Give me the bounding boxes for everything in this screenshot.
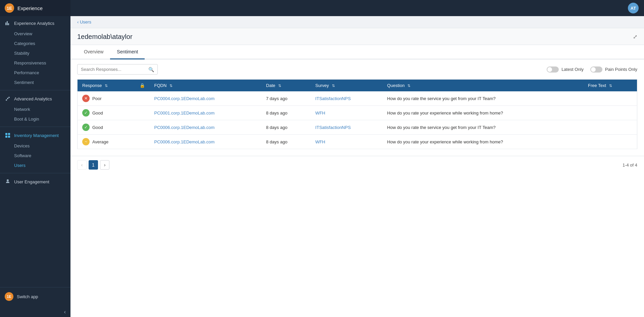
survey-link[interactable]: WFH [315, 110, 326, 116]
fqdn-link[interactable]: PC0006.corp.1EDemoLab.com [154, 139, 215, 144]
pain-points-only-toggle-item: Pain Points Only [590, 66, 637, 73]
table-row: ✕ Poor PC0004.corp.1EDemoLab.com7 days a… [78, 91, 637, 106]
cell-survey: ITSatisfactionNPS [311, 120, 383, 135]
section-label-advanced-analytics: Advanced Analytics [14, 96, 52, 101]
cell-lock [135, 91, 150, 106]
app-title: Experience [17, 5, 43, 11]
tabs-bar: Overview Sentiment [70, 45, 644, 59]
sidebar-item-devices[interactable]: Devices [0, 141, 70, 151]
svg-rect-5 [5, 133, 7, 135]
sidebar: 1E Experience Experience Analytics Overv… [0, 0, 70, 317]
cell-fqdn: PC0004.corp.1EDemoLab.com [150, 91, 261, 106]
data-table-wrapper: Response ⇅ 🔒 FQDN ⇅ Date ⇅ [70, 79, 644, 156]
fqdn-link[interactable]: PC0001.corp.1EDemoLab.com [154, 110, 215, 116]
table-row: ✓ Good PC0006.corp.1EDemoLab.com8 days a… [78, 120, 637, 135]
sidebar-item-users[interactable]: Users [0, 161, 70, 170]
toolbar: 🔍 Latest Only Pain Points Only [70, 59, 644, 79]
section-label-experience-analytics: Experience Analytics [14, 21, 54, 26]
svg-rect-6 [8, 133, 10, 135]
sort-icon-fqdn: ⇅ [169, 84, 172, 88]
sidebar-item-performance[interactable]: Performance [0, 68, 70, 78]
section-header-inventory-management[interactable]: Inventory Management [0, 130, 70, 141]
responses-table: Response ⇅ 🔒 FQDN ⇅ Date ⇅ [77, 79, 637, 149]
chart-icon [5, 20, 11, 26]
sidebar-item-sentiment[interactable]: Sentiment [0, 78, 70, 87]
col-header-fqdn[interactable]: FQDN ⇅ [150, 80, 261, 92]
page-range-text: 1-4 of 4 [623, 163, 637, 168]
response-badge-circle: ✕ [82, 95, 90, 102]
inventory-icon [5, 132, 11, 138]
cell-fqdn: PC0001.corp.1EDemoLab.com [150, 106, 261, 120]
pain-points-only-label: Pain Points Only [605, 67, 637, 72]
sidebar-item-boot-login[interactable]: Boot & Login [0, 114, 70, 124]
response-badge-circle: ✓ [82, 124, 90, 131]
svg-line-3 [7, 99, 7, 100]
cell-survey: WFH [311, 106, 383, 120]
col-header-lock: 🔒 [135, 80, 150, 92]
sidebar-item-responsiveness[interactable]: Responsiveness [0, 58, 70, 68]
sidebar-item-network[interactable]: Network [0, 104, 70, 114]
breadcrumb-link[interactable]: Users [77, 19, 91, 25]
cell-free-text [583, 135, 637, 149]
sidebar-collapse-button[interactable]: ‹ [0, 307, 70, 317]
section-advanced-analytics: Advanced Analytics Network Boot & Login [0, 92, 70, 125]
search-icon: 🔍 [148, 67, 154, 72]
user-avatar[interactable]: AT [628, 3, 639, 13]
sidebar-item-overview[interactable]: Overview [0, 29, 70, 39]
survey-link[interactable]: ITSatisfactionNPS [315, 96, 351, 101]
sidebar-item-stability[interactable]: Stability [0, 48, 70, 58]
section-header-experience-analytics[interactable]: Experience Analytics [0, 17, 70, 29]
col-header-free-text[interactable]: Free Text ⇅ [583, 80, 637, 92]
sort-icon-survey: ⇅ [332, 84, 335, 88]
analytics-icon [5, 96, 11, 102]
svg-rect-7 [5, 136, 7, 138]
tab-sentiment[interactable]: Sentiment [110, 45, 145, 59]
cell-date: 8 days ago [261, 120, 311, 135]
pagination-controls: ‹ 1 › [77, 160, 109, 170]
section-inventory-management: Inventory Management Devices Software Us… [0, 128, 70, 172]
cell-free-text [583, 106, 637, 120]
sidebar-item-software[interactable]: Software [0, 151, 70, 161]
col-header-response[interactable]: Response ⇅ [78, 80, 135, 92]
col-header-date[interactable]: Date ⇅ [261, 80, 311, 92]
search-button[interactable]: 🔍 [145, 65, 157, 74]
cell-date: 8 days ago [261, 106, 311, 120]
prev-page-button[interactable]: ‹ [77, 160, 87, 170]
lock-icon: 🔒 [140, 83, 145, 88]
col-header-question[interactable]: Question ⇅ [383, 80, 583, 92]
section-header-user-engagement[interactable]: User Engagement [0, 176, 70, 187]
col-header-survey[interactable]: Survey ⇅ [311, 80, 383, 92]
cell-response: ✓ Good [78, 120, 135, 135]
cell-question: How do you rate the service you get from… [383, 91, 583, 106]
fqdn-link[interactable]: PC0004.corp.1EDemoLab.com [154, 96, 215, 101]
switch-app-label: Switch app [17, 294, 38, 299]
latest-only-toggle-item: Latest Only [547, 66, 584, 73]
tab-overview[interactable]: Overview [77, 45, 110, 59]
search-input[interactable] [78, 64, 145, 74]
sidebar-item-categories[interactable]: Categories [0, 39, 70, 48]
cell-fqdn: PC0006.corp.1EDemoLab.com [150, 135, 261, 149]
pain-points-only-toggle[interactable] [590, 66, 602, 73]
cell-date: 7 days ago [261, 91, 311, 106]
switch-app-icon: 1E [5, 292, 13, 301]
page-header: 1edemolab\ataylor ⤢ [70, 28, 644, 45]
cell-question: How do you rate the service you get from… [383, 120, 583, 135]
cell-free-text [583, 120, 637, 135]
cell-lock [135, 135, 150, 149]
next-page-button[interactable]: › [100, 160, 109, 170]
expand-icon[interactable]: ⤢ [633, 34, 637, 40]
cell-survey: WFH [311, 135, 383, 149]
sidebar-header: 1E Experience [0, 0, 70, 16]
fqdn-link[interactable]: PC0006.corp.1EDemoLab.com [154, 125, 215, 130]
switch-app-button[interactable]: 1E Switch app [0, 287, 70, 306]
breadcrumb-bar: Users [70, 16, 644, 28]
svg-line-4 [8, 98, 8, 98]
survey-link[interactable]: WFH [315, 139, 326, 144]
cell-response: ✓ Good [78, 106, 135, 120]
toggles-group: Latest Only Pain Points Only [547, 66, 637, 73]
page-1-button[interactable]: 1 [89, 160, 98, 170]
section-header-advanced-analytics[interactable]: Advanced Analytics [0, 93, 70, 104]
survey-link[interactable]: ITSatisfactionNPS [315, 125, 351, 130]
latest-only-toggle[interactable] [547, 66, 559, 73]
cell-lock [135, 120, 150, 135]
